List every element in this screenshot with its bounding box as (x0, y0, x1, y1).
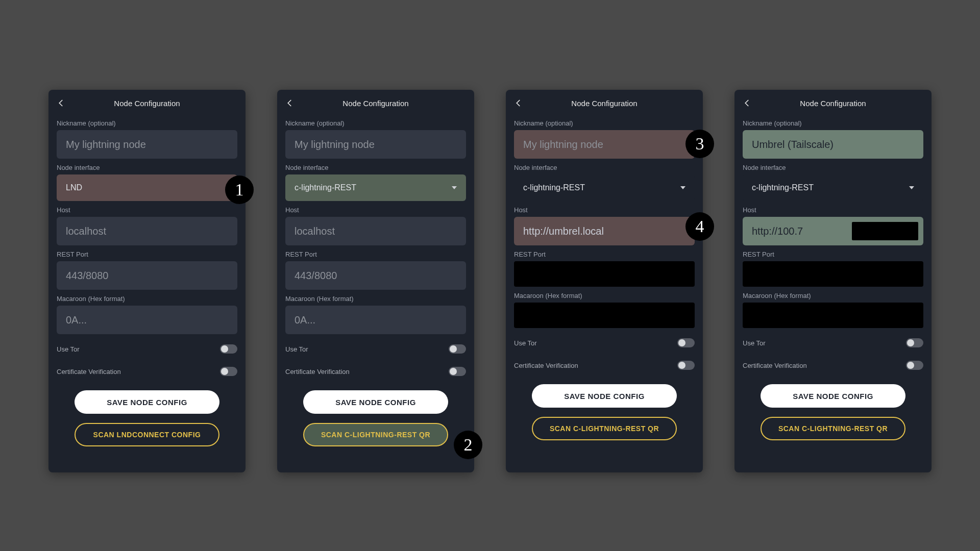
nickname-label: Nickname (optional) (514, 119, 695, 127)
interface-select[interactable]: c-lightning-REST (285, 174, 466, 201)
nickname-input[interactable] (514, 130, 695, 159)
cert-label: Certificate Verification (57, 368, 121, 375)
interface-value: LND (66, 183, 82, 192)
back-arrow-icon[interactable] (285, 98, 295, 108)
tor-toggle[interactable] (449, 344, 466, 354)
interface-label: Node interface (514, 164, 695, 171)
scan-button[interactable]: SCAN C-LIGHTNING-REST QR (761, 417, 905, 440)
macaroon-input[interactable] (514, 303, 695, 328)
host-label: Host (743, 206, 923, 214)
scan-button[interactable]: SCAN C-LIGHTNING-REST QR (532, 417, 676, 440)
interface-value: c-lightning-REST (752, 183, 814, 192)
page-title: Node Configuration (514, 99, 695, 108)
tor-label: Use Tor (285, 345, 308, 353)
cert-toggle[interactable] (677, 361, 695, 370)
port-input[interactable] (743, 261, 923, 287)
interface-select[interactable]: c-lightning-REST (514, 174, 695, 201)
panel-2: Node Configuration Nickname (optional) N… (506, 90, 703, 472)
tor-toggle[interactable] (906, 338, 923, 347)
cert-label: Certificate Verification (514, 362, 578, 369)
tor-toggle[interactable] (677, 338, 695, 347)
cert-toggle[interactable] (449, 367, 466, 376)
back-arrow-icon[interactable] (514, 98, 523, 108)
host-input[interactable] (285, 217, 466, 245)
macaroon-label: Macaroon (Hex format) (57, 295, 237, 303)
cert-label: Certificate Verification (743, 362, 807, 369)
interface-select[interactable]: c-lightning-REST (743, 174, 923, 201)
macaroon-label: Macaroon (Hex format) (285, 295, 466, 303)
save-button[interactable]: SAVE NODE CONFIG (303, 390, 448, 414)
macaroon-input[interactable] (743, 303, 923, 328)
host-input[interactable] (514, 217, 695, 245)
host-input[interactable] (57, 217, 237, 245)
nickname-label: Nickname (optional) (57, 119, 237, 127)
tor-label: Use Tor (57, 345, 80, 353)
page-title: Node Configuration (743, 99, 923, 108)
chevron-down-icon (909, 186, 914, 189)
interface-value: c-lightning-REST (295, 183, 356, 192)
scan-button[interactable]: SCAN LNDCONNECT CONFIG (75, 423, 219, 446)
cert-toggle[interactable] (906, 361, 923, 370)
page-title: Node Configuration (285, 99, 466, 108)
back-arrow-icon[interactable] (57, 98, 66, 108)
port-label: REST Port (57, 251, 237, 258)
cert-label: Certificate Verification (285, 368, 350, 375)
nickname-input[interactable] (285, 130, 466, 159)
nickname-label: Nickname (optional) (285, 119, 466, 127)
port-input[interactable] (57, 261, 237, 290)
port-input[interactable] (285, 261, 466, 290)
host-label: Host (285, 206, 466, 214)
save-button[interactable]: SAVE NODE CONFIG (75, 390, 219, 414)
nickname-input[interactable] (743, 130, 923, 159)
chevron-down-icon (452, 186, 457, 189)
tor-label: Use Tor (514, 339, 537, 347)
panel-0: Node Configuration Nickname (optional) N… (48, 90, 246, 472)
tor-label: Use Tor (743, 339, 766, 347)
interface-select[interactable]: LND (57, 174, 237, 201)
port-label: REST Port (743, 251, 923, 258)
panel-3: Node Configuration Nickname (optional) N… (734, 90, 932, 472)
page-title: Node Configuration (57, 99, 237, 108)
back-arrow-icon[interactable] (743, 98, 752, 108)
save-button[interactable]: SAVE NODE CONFIG (532, 384, 676, 408)
callout-badge-4: 4 (685, 212, 714, 241)
save-button[interactable]: SAVE NODE CONFIG (761, 384, 905, 408)
nickname-label: Nickname (optional) (743, 119, 923, 127)
host-label: Host (57, 206, 237, 214)
panel-1: Node Configuration Nickname (optional) N… (277, 90, 474, 472)
interface-label: Node interface (743, 164, 923, 171)
scan-button[interactable]: SCAN C-LIGHTNING-REST QR (303, 423, 448, 446)
callout-badge-1: 1 (225, 176, 254, 204)
nickname-input[interactable] (57, 130, 237, 159)
macaroon-label: Macaroon (Hex format) (514, 292, 695, 299)
chevron-down-icon (680, 186, 685, 189)
port-input[interactable] (514, 261, 695, 287)
port-label: REST Port (285, 251, 466, 258)
interface-value: c-lightning-REST (523, 183, 585, 192)
host-label: Host (514, 206, 695, 214)
macaroon-label: Macaroon (Hex format) (743, 292, 923, 299)
tor-toggle[interactable] (220, 344, 237, 354)
interface-label: Node interface (57, 164, 237, 171)
macaroon-input[interactable] (285, 306, 466, 334)
port-label: REST Port (514, 251, 695, 258)
callout-badge-2: 2 (454, 431, 482, 459)
callout-badge-3: 3 (685, 130, 714, 158)
macaroon-input[interactable] (57, 306, 237, 334)
interface-label: Node interface (285, 164, 466, 171)
redaction-mask (852, 222, 918, 240)
cert-toggle[interactable] (220, 367, 237, 376)
